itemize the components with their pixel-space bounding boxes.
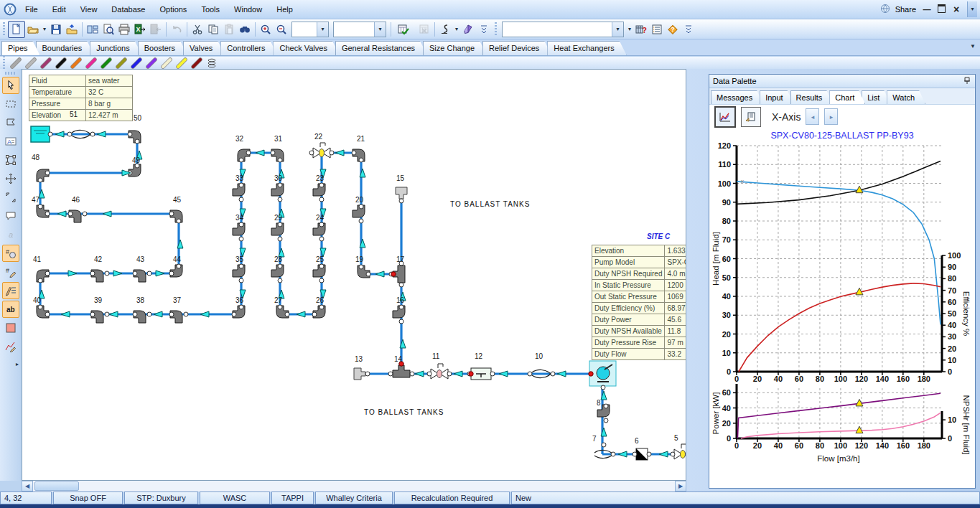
x-axis-prev-icon[interactable]: ◂: [806, 108, 819, 125]
window-layout-icon[interactable]: [85, 22, 101, 37]
tab-pipes[interactable]: Pipes: [1, 41, 40, 55]
menu-file[interactable]: File: [18, 5, 45, 14]
tool-strip-expand-icon[interactable]: ▸: [16, 361, 19, 367]
tab-relief-devices[interactable]: Relief Devices: [482, 41, 551, 55]
detail-level-select-caret-icon[interactable]: ▾: [374, 22, 386, 37]
import-excel-icon[interactable]: [148, 22, 164, 37]
undo-icon[interactable]: [169, 22, 185, 37]
comment-tool-icon[interactable]: [2, 207, 19, 225]
calculate-button[interactable]: [393, 21, 416, 38]
node-12[interactable]: [471, 368, 491, 380]
open-icon[interactable]: [25, 22, 41, 37]
node-edit-tool-icon[interactable]: #: [2, 263, 19, 281]
tab-controllers[interactable]: Controllers: [220, 41, 277, 55]
new-document-icon[interactable]: [8, 21, 25, 38]
node-11[interactable]: [431, 364, 448, 379]
pen-color-2-icon[interactable]: [23, 57, 38, 68]
minimize-button[interactable]: —: [921, 5, 933, 14]
move-tool-icon[interactable]: [2, 170, 19, 187]
menu-options[interactable]: Options: [152, 5, 194, 14]
pen-color-7-icon[interactable]: [98, 57, 113, 68]
tab-valves[interactable]: Valves: [183, 41, 225, 55]
copy-icon[interactable]: [205, 22, 221, 37]
frame-resize-tool-icon[interactable]: [2, 151, 19, 169]
zoom-out-icon[interactable]: [274, 22, 289, 37]
detail-level-select[interactable]: ▾: [333, 22, 386, 37]
zoom-level-select-caret-icon[interactable]: ▾: [317, 22, 328, 37]
find-icon[interactable]: [237, 22, 253, 37]
chart-annotation-tool-icon[interactable]: [2, 338, 19, 355]
lasso-select-tool-icon[interactable]: [2, 114, 19, 131]
paste-icon[interactable]: [221, 22, 237, 37]
share-label[interactable]: Share: [895, 5, 916, 14]
scale-tool-icon[interactable]: [2, 189, 19, 206]
coil-tool-icon[interactable]: [204, 57, 219, 68]
cut-icon[interactable]: [190, 22, 205, 37]
node-6[interactable]: [636, 448, 648, 460]
scroll-right-icon[interactable]: ▶: [675, 481, 686, 491]
tab-boundaries[interactable]: Boundaries: [36, 41, 95, 55]
close-button[interactable]: ×: [951, 4, 962, 15]
pen-color-3-icon[interactable]: [38, 57, 53, 68]
database-query-icon[interactable]: ?: [633, 22, 649, 37]
network-diagram[interactable]: 5150494847464544434241403938373635343332…: [22, 70, 686, 481]
chart-type-button[interactable]: [714, 106, 736, 128]
pen-color-10-icon[interactable]: [144, 57, 159, 68]
node-number-tool-icon[interactable]: #: [2, 245, 19, 262]
node-22[interactable]: [313, 143, 330, 158]
x-axis-next-icon[interactable]: ▸: [824, 108, 838, 125]
calculate-x-icon[interactable]: [416, 22, 432, 37]
node-tank[interactable]: [31, 126, 50, 142]
print-icon[interactable]: [116, 22, 132, 37]
palette-tab-messages[interactable]: Messages: [711, 90, 763, 104]
select-arrow-tool-icon[interactable]: [2, 77, 19, 94]
text-annotation-tool-icon[interactable]: a: [2, 226, 19, 243]
node-15[interactable]: [396, 187, 407, 199]
menu-tools[interactable]: Tools: [194, 5, 227, 14]
dropdown-caret-icon[interactable]: ▾: [41, 26, 48, 32]
palette-tab-input[interactable]: Input: [760, 90, 793, 104]
menu-edit[interactable]: Edit: [45, 5, 73, 14]
flowsheet-canvas[interactable]: Fluidsea waterTemperature32 CPressure8 b…: [22, 69, 686, 481]
menu-help[interactable]: Help: [269, 5, 300, 14]
units-select[interactable]: ▾: [502, 22, 624, 37]
print-preview-icon[interactable]: [101, 22, 116, 37]
node-13[interactable]: [354, 368, 365, 380]
menu-database[interactable]: Database: [104, 5, 152, 14]
scroll-left-icon[interactable]: ◀: [22, 481, 33, 491]
tab-boosters[interactable]: Boosters: [138, 41, 187, 55]
pen-properties-tool-icon[interactable]: [2, 282, 19, 299]
text-ab-tool-icon[interactable]: ab: [2, 301, 19, 318]
label-tool-icon[interactable]: A: [2, 133, 19, 150]
toolbar-options-icon[interactable]: ▾: [967, 1, 977, 17]
tab-junctions[interactable]: Junctions: [90, 41, 141, 55]
zoom-in-icon[interactable]: [258, 22, 274, 37]
list-report-icon[interactable]: [649, 22, 665, 37]
palette-tab-list[interactable]: List: [862, 90, 890, 104]
zoom-level-select[interactable]: ▾: [291, 22, 329, 37]
menu-view[interactable]: View: [73, 5, 105, 14]
dropdown-caret-icon[interactable]: ▾: [453, 26, 460, 32]
pen-color-9-icon[interactable]: [129, 57, 144, 68]
pen-color-4-icon[interactable]: [53, 57, 68, 68]
pen-color-13-icon[interactable]: [189, 57, 204, 68]
help-diamond-icon[interactable]: ?: [665, 22, 681, 37]
pen-color-6-icon[interactable]: [83, 57, 98, 68]
tab-size-change[interactable]: Size Change: [423, 41, 487, 55]
dropdown-caret-icon[interactable]: ▾: [626, 26, 633, 32]
pin-icon[interactable]: [963, 76, 971, 86]
node-14[interactable]: [393, 365, 410, 377]
tab-check-valves[interactable]: Check Valves: [273, 41, 339, 55]
restore-button[interactable]: [938, 4, 946, 14]
horizontal-scrollbar[interactable]: [22, 481, 686, 491]
marquee-select-tool-icon[interactable]: [2, 95, 19, 113]
pen-color-5-icon[interactable]: [68, 57, 83, 68]
script-icon[interactable]: [437, 22, 453, 37]
pen-color-8-icon[interactable]: [113, 57, 129, 68]
palette-tab-watch[interactable]: Watch: [887, 90, 925, 104]
chevron-icon[interactable]: [681, 22, 696, 37]
chevron-icon[interactable]: [476, 22, 492, 37]
color-swatch-tool-icon[interactable]: [2, 319, 19, 337]
copy-chart-button[interactable]: [741, 107, 761, 127]
horizontal-scroll-thumb[interactable]: [34, 481, 79, 491]
